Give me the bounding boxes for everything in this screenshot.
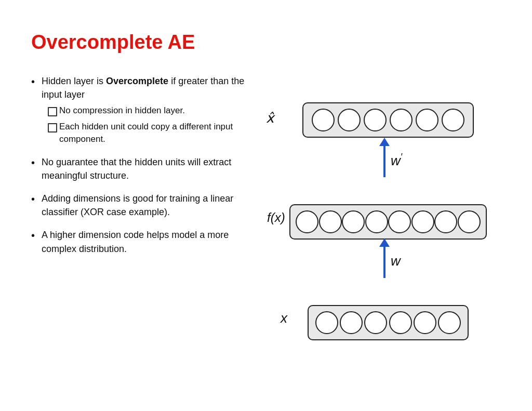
circle: [458, 210, 481, 233]
right-panel: x̂ w′: [260, 74, 501, 390]
content-area: Hidden layer is Overcomplete if greater …: [31, 74, 501, 390]
sub-list-1: No compression in hidden layer. Each hid…: [47, 104, 249, 146]
circle: [411, 210, 434, 233]
circle: [389, 311, 412, 334]
sub-item-2: Each hidden unit could copy a different …: [47, 121, 249, 146]
circle: [340, 311, 363, 334]
label-fx: f(x): [267, 210, 285, 225]
arrow-line-top: [383, 146, 385, 177]
arrow-head-bottom: [379, 238, 390, 247]
bullet-2-text: No guarantee that the hidden units will …: [42, 157, 231, 181]
circle: [388, 210, 411, 233]
arrow-top: [379, 138, 390, 177]
left-panel: Hidden layer is Overcomplete if greater …: [31, 74, 249, 390]
circle: [315, 311, 338, 334]
sub-item-1: No compression in hidden layer.: [47, 104, 249, 117]
circle: [338, 109, 361, 131]
bullet-1-bold: Overcomplete: [106, 76, 168, 86]
layer-x: [308, 305, 469, 340]
layer-xhat: [302, 102, 474, 138]
slide: Overcomplete AE Hidden layer is Overcomp…: [0, 0, 532, 411]
layer-fx: [289, 204, 487, 240]
bullet-list: Hidden layer is Overcomplete if greater …: [31, 74, 249, 256]
circle: [319, 210, 342, 233]
label-wprime: w′: [391, 152, 402, 169]
circle: [442, 109, 464, 131]
bullet-1-text: Hidden layer is Overcomplete if greater …: [42, 76, 244, 100]
bullet-3-text: Adding dimensions is good for training a…: [42, 193, 233, 217]
bullet-3: Adding dimensions is good for training a…: [31, 192, 249, 219]
bullet-1: Hidden layer is Overcomplete if greater …: [31, 74, 249, 146]
circle: [414, 311, 436, 334]
circle: [296, 210, 318, 233]
diagram: x̂ w′: [266, 102, 495, 362]
label-w: w: [391, 253, 401, 269]
bullet-4: A higher dimension code helps model a mo…: [31, 228, 249, 255]
circle: [312, 109, 335, 131]
circle: [390, 109, 413, 131]
circle: [342, 210, 365, 233]
circle: [438, 311, 461, 334]
circle: [365, 210, 388, 233]
arrow-head-up: [379, 138, 390, 146]
bullet-4-text: A higher dimension code helps model a mo…: [42, 230, 229, 254]
circle: [364, 311, 387, 334]
arrow-bottom: [379, 238, 390, 278]
circle: [434, 210, 457, 233]
arrow-line-bottom: [383, 247, 385, 278]
circle: [364, 109, 387, 131]
bullet-2: No guarantee that the hidden units will …: [31, 155, 249, 182]
circle: [416, 109, 438, 131]
label-x: x: [281, 310, 287, 326]
label-xhat: x̂: [266, 110, 274, 126]
slide-title: Overcomplete AE: [31, 31, 501, 54]
